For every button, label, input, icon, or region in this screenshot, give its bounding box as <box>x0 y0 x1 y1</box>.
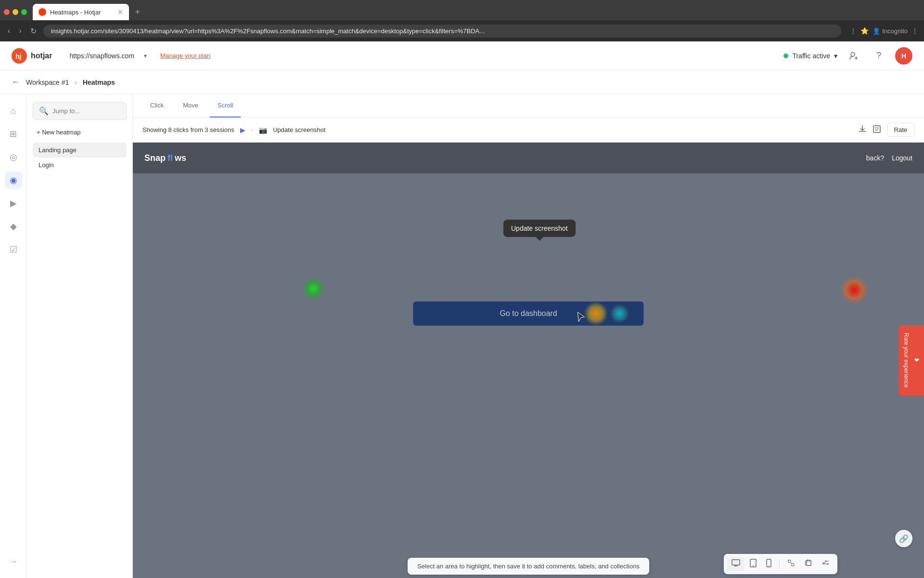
crop-button[interactable] <box>873 125 881 135</box>
traffic-dropdown-icon: ▾ <box>834 52 837 60</box>
svg-text:hj: hj <box>15 53 21 60</box>
camera-icon: 📷 <box>259 126 267 134</box>
sidebar-panel: 🔍 + New heatmap Landing page Login <box>27 94 133 578</box>
address-bar: ‹ › ↻ ⋮ ⭐ 👤 Incognito ⋮ <box>0 20 924 41</box>
sidebar-item-surveys[interactable]: ☑ <box>5 241 22 258</box>
info-bar-right: Rate <box>858 123 914 137</box>
window-controls <box>4 9 27 15</box>
play-sessions-button[interactable]: ▶ <box>240 126 245 134</box>
sidebar-item-insights[interactable]: ◎ <box>5 148 22 166</box>
nav-right: Traffic active ▾ ? H <box>783 47 912 65</box>
app-container: hj hotjar https://snapflows.com ▾ Manage… <box>0 41 924 578</box>
mobile-view-button[interactable] <box>762 557 775 571</box>
browser-tab[interactable]: Heatmaps - Hotjar ✕ <box>33 4 129 20</box>
back-button[interactable]: ‹ <box>6 25 12 37</box>
minimize-dot[interactable] <box>13 9 18 15</box>
svg-point-3 <box>851 53 855 56</box>
heatspot-logo <box>301 276 325 301</box>
forward-button[interactable]: › <box>17 25 23 37</box>
main-layout: ⌂ ⊞ ◎ ◉ ▶ ◆ ☑ → 🔍 + New heatmap Landing … <box>0 94 924 578</box>
maximize-dot[interactable] <box>21 9 27 15</box>
tab-title: Heatmaps - Hotjar <box>50 9 101 16</box>
extensions-button[interactable]: ⭐ <box>860 27 869 35</box>
page-nav-bar: Snapflws back? Logout <box>133 143 924 173</box>
close-dot[interactable] <box>4 9 10 15</box>
divider <box>779 559 780 569</box>
hotjar-logo: hj hotjar <box>12 48 52 64</box>
separator: · <box>251 126 253 134</box>
hotjar-brand: hotjar <box>31 52 52 60</box>
select-area-hint: Select an area to highlight, then save i… <box>408 558 649 575</box>
profile-icon: 👤 <box>873 27 880 35</box>
tab-click[interactable]: Click <box>142 94 171 118</box>
new-heatmap-button[interactable]: + New heatmap <box>33 126 127 139</box>
add-user-button[interactable] <box>845 47 862 65</box>
link-icon[interactable]: 🔗 <box>895 530 912 547</box>
update-screenshot-tooltip: Update screenshot <box>503 220 576 237</box>
refresh-button[interactable]: ↻ <box>28 25 38 38</box>
search-input[interactable] <box>52 107 120 115</box>
sidebar-item-recordings[interactable]: ▶ <box>5 195 22 212</box>
browser-chrome: Heatmaps - Hotjar ✕ + ‹ › ↻ ⋮ ⭐ 👤 Incogn… <box>0 0 924 41</box>
cast-button[interactable]: ⋮ <box>850 27 857 35</box>
rate-button[interactable]: Rate <box>887 123 914 137</box>
sidebar-item-login[interactable]: Login <box>33 158 127 172</box>
user-avatar[interactable]: H <box>895 47 912 65</box>
back-button[interactable]: ← <box>12 77 20 87</box>
crop-tool-button[interactable] <box>801 557 816 571</box>
help-button[interactable]: ? <box>870 47 887 65</box>
page-nav-right: back? Logout <box>866 154 912 162</box>
tab-scroll[interactable]: Scroll <box>210 94 241 118</box>
tab-favicon <box>38 8 46 16</box>
nav-site-url: https://snapflows.com <box>69 52 134 60</box>
sessions-info-text: Showing 8 clicks from 3 sessions <box>142 126 234 133</box>
heatmap-info-bar: Showing 8 clicks from 3 sessions ▶ · 📷 U… <box>133 118 924 143</box>
site-dropdown-button[interactable]: ▾ <box>144 53 147 59</box>
dashboard-button-wrapper: Go to dashboard <box>413 302 643 326</box>
top-nav: hj hotjar https://snapflows.com ▾ Manage… <box>0 41 924 70</box>
cursor-pointer <box>577 311 586 325</box>
search-box: 🔍 <box>33 102 127 120</box>
svg-point-10 <box>753 565 754 566</box>
adjust-tool-button[interactable] <box>818 557 834 571</box>
manage-plan-link[interactable]: Manage your plan <box>160 52 210 59</box>
svg-rect-14 <box>792 564 794 566</box>
incognito-badge: 👤 Incognito <box>873 27 908 35</box>
breadcrumb-workspace[interactable]: Workspace #1 <box>26 79 69 86</box>
breadcrumb-current: Heatmaps <box>83 79 115 86</box>
content-area: Click Move Scroll Showing 8 clicks from … <box>133 94 924 578</box>
selection-tool-button[interactable] <box>783 557 799 571</box>
tab-move[interactable]: Move <box>175 94 206 118</box>
tab-close-button[interactable]: ✕ <box>117 8 123 16</box>
tablet-view-button[interactable] <box>746 557 760 571</box>
heatmap-toolbar: Click Move Scroll <box>133 94 924 118</box>
rate-experience-icon: ❤ <box>913 357 920 364</box>
menu-button[interactable]: ⋮ <box>911 27 918 35</box>
sidebar-item-dashboard[interactable]: ⊞ <box>5 125 22 143</box>
new-tab-button[interactable]: + <box>131 5 144 19</box>
browser-actions: ⋮ ⭐ 👤 Incognito ⋮ <box>850 27 918 35</box>
dashboard-button[interactable]: Go to dashboard <box>413 302 643 326</box>
address-input[interactable] <box>43 25 842 38</box>
device-switcher <box>724 554 837 574</box>
left-icon-sidebar: ⌂ ⊞ ◎ ◉ ▶ ◆ ☑ → <box>0 94 27 578</box>
page-logo: Snapflws <box>144 153 186 163</box>
svg-rect-13 <box>788 560 791 563</box>
desktop-view-button[interactable] <box>728 557 744 571</box>
breadcrumb-bar: ← Workspace #1 › Heatmaps <box>0 70 924 94</box>
sidebar-item-feedback[interactable]: ◆ <box>5 218 22 235</box>
sidebar-item-home[interactable]: ⌂ <box>5 102 22 119</box>
traffic-active-indicator[interactable]: Traffic active ▾ <box>783 52 837 60</box>
sidebar-item-landing-page[interactable]: Landing page <box>33 143 127 158</box>
update-screenshot-link[interactable]: Update screenshot <box>273 126 325 133</box>
search-icon: 🔍 <box>39 106 49 116</box>
download-button[interactable] <box>858 125 867 135</box>
svg-point-12 <box>769 565 770 566</box>
sidebar-item-collapse[interactable]: → <box>5 553 22 570</box>
heatspot-nav-right <box>840 276 869 304</box>
traffic-status-dot <box>783 53 788 58</box>
breadcrumb-separator: › <box>75 79 77 86</box>
sidebar-item-heatmaps[interactable]: ◉ <box>5 171 22 189</box>
rate-experience-sidebar[interactable]: ❤ Rate your experience <box>899 325 924 395</box>
svg-point-0 <box>40 10 45 14</box>
